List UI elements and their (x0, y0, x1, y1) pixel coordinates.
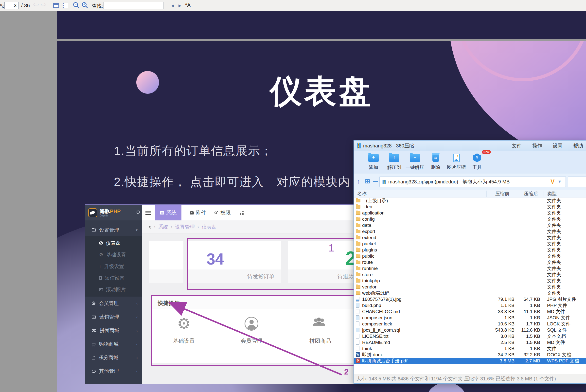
match-case-icon[interactable]: ªA (186, 2, 190, 8)
archive-search-input[interactable] (568, 176, 586, 187)
gear-icon: ⚙ (177, 316, 191, 331)
archive-tool-extract-one[interactable]: 一键解压 (405, 153, 425, 170)
apps-grid-icon[interactable] (240, 211, 244, 215)
slide-title: 仪表盘 (57, 70, 586, 114)
archive-tool-imgcompress[interactable]: 图片压缩 (446, 153, 466, 170)
archive-titlebar[interactable]: mashang328 - 360压缩 文件操作设置帮助 (354, 140, 586, 151)
folder-icon (356, 218, 360, 221)
file-row[interactable]: packet文件夹 (354, 240, 586, 247)
sidebar-item-sms-settings[interactable]: 短信设置 (85, 272, 142, 284)
admin-screenshot: 海豚PHP Dolphin 系统 附件 权限 › 系统 › 设置管理 › 仪表盘 (85, 204, 388, 384)
sidebar-section-members[interactable]: 会员管理‹ (85, 296, 142, 310)
file-row[interactable]: runtime文件夹 (354, 265, 586, 272)
sidebar-section-marketing[interactable]: 营销管理‹ (85, 310, 142, 324)
file-row[interactable]: think1 KB1 KB文件 (354, 346, 586, 352)
file-row[interactable]: route文件夹 (354, 259, 586, 265)
file-row[interactable]: composer.json1 KB1 KBJSON 文件 (354, 314, 586, 321)
address-input[interactable]: mashang328.zip\jipin(pindeduo) - 解包大小为 4… (380, 176, 566, 187)
file-list-header[interactable]: 名称 压缩前 压缩后 类型 (354, 190, 586, 198)
find-previous-icon[interactable]: ◀ (171, 4, 174, 8)
file-row[interactable]: CHANGELOG.md33.3 KB11.1 KBMD 文件 (354, 308, 586, 314)
quick-item-members[interactable]: 会员管理 (232, 316, 271, 345)
vip-filter-icon[interactable]: V (550, 178, 554, 185)
file-list: .. (上级目录)文件夹.idea文件夹application文件夹config… (354, 198, 586, 374)
file-size-before: 543.8 KB (486, 328, 518, 333)
sidebar-section-points-mall[interactable]: 积分商城‹ (85, 351, 142, 364)
find-next-icon[interactable]: ▶ (178, 4, 182, 8)
file-row[interactable]: data文件夹 (354, 222, 586, 228)
grid-view-icon[interactable] (365, 179, 370, 184)
file-row[interactable]: .. (上级目录)文件夹 (354, 198, 586, 204)
file-row[interactable]: application文件夹 (354, 210, 586, 216)
sidebar-section-settings[interactable]: 设置管理▾ (85, 224, 142, 236)
quick-item-basic-settings[interactable]: ⚙ 基础设置 (164, 316, 204, 345)
file-row[interactable]: jpcs_jj_ai_com.sql543.8 KB112.6 KBSQL 文件 (354, 327, 586, 333)
file-row[interactable]: build.php1.1 KB1 KBPHP 文件 (354, 302, 586, 308)
file-size-after: 112.6 KB (518, 328, 544, 333)
sidebar-item-basic-settings[interactable]: 基础设置 (85, 249, 142, 260)
sidebar-item-upgrade-settings[interactable]: 升级设置 (85, 260, 142, 272)
sidebar-section-shopping-mall[interactable]: 购物商城‹ (85, 337, 142, 351)
admin-sidebar: 设置管理▾仪表盘基础设置升级设置短信设置滚动图片会员管理‹营销管理‹拼团商城‹购… (85, 220, 142, 384)
breadcrumb-item-system[interactable]: 系统 (158, 224, 168, 230)
page-number-input[interactable] (4, 2, 19, 9)
file-row[interactable]: vendor文件夹 (354, 284, 586, 290)
nav-tab-system[interactable]: 系统 (155, 205, 182, 220)
file-row[interactable]: README.md2.5 KB1.5 KBMD 文件 (354, 339, 586, 346)
hamburger-menu-icon[interactable] (146, 210, 151, 216)
stat-card-pending-shipment[interactable]: 34 待发货订单 (188, 241, 281, 283)
zoom-in-icon[interactable] (82, 2, 86, 7)
column-size-after[interactable]: 压缩后 (518, 190, 544, 197)
sidebar-section-other[interactable]: 其他管理‹ (85, 364, 142, 378)
file-name: think (362, 346, 486, 351)
file-icon-cell (356, 254, 362, 258)
file-row[interactable]: public文件夹 (354, 253, 586, 259)
sidebar-section-groupbuy-mall[interactable]: 拼团商城‹ (85, 324, 142, 337)
file-row[interactable]: plugins文件夹 (354, 247, 586, 253)
file-row[interactable]: composer.lock10.6 KB1.7 KBLOCK 文件 (354, 321, 586, 327)
file-row[interactable]: LICENSE.txt3.0 KB1.5 KB文本文档 (354, 333, 586, 339)
archive-tool-tools[interactable]: New工具 (467, 153, 487, 170)
zoom-out-icon[interactable] (73, 2, 78, 7)
archive-menu-settings[interactable]: 设置 (553, 142, 562, 149)
file-row[interactable]: config文件夹 (354, 216, 586, 222)
file-row[interactable]: .idea文件夹 (354, 204, 586, 210)
column-name[interactable]: 名称 (354, 190, 486, 197)
file-type: 文件夹 (544, 278, 586, 284)
nav-tab-attachments[interactable]: 附件 (190, 209, 206, 216)
breadcrumb-item-settings[interactable]: 设置管理 (175, 224, 195, 230)
file-row[interactable]: store文件夹 (354, 272, 586, 278)
file-row[interactable]: 即拼.docx34.2 KB32.2 KBDOCX 文档 (354, 352, 586, 358)
archive-tool-extract-to[interactable]: 解压到 (384, 153, 404, 170)
find-input[interactable] (104, 2, 164, 9)
sidebar-item-dashboard[interactable]: 仪表盘 (85, 238, 142, 249)
file-row[interactable]: thinkphp文件夹 (354, 278, 586, 284)
file-name: vendor (362, 284, 486, 290)
next-page-icon[interactable]: ⇨ (41, 0, 46, 8)
archive-menu-help[interactable]: 帮助 (573, 142, 583, 149)
card-icon (92, 316, 96, 318)
sidebar-item-carousel-images[interactable]: 滚动图片 (85, 284, 142, 295)
column-size-before[interactable]: 压缩前 (486, 190, 518, 197)
logo-text-zh: 海豚 (100, 208, 110, 214)
fit-width-icon[interactable] (53, 3, 59, 8)
breadcrumb-item-dashboard[interactable]: 仪表盘 (202, 224, 216, 230)
archive-menu-operate[interactable]: 操作 (532, 142, 542, 149)
archive-tool-add[interactable]: 添加 (364, 153, 383, 170)
archive-tool-delete[interactable]: 删除 (426, 153, 446, 170)
file-row[interactable]: web前端源码文件夹 (354, 290, 586, 296)
quick-item-groupbuy-goods[interactable]: 拼团商品 (300, 316, 340, 345)
file-row[interactable]: extend文件夹 (354, 234, 586, 240)
dropdown-caret-icon[interactable]: ▼ (558, 180, 562, 184)
file-row[interactable]: export文件夹 (354, 228, 586, 234)
column-type[interactable]: 类型 (544, 190, 586, 197)
file-row[interactable]: 即拼商城后台手册.pdf3.8 MB2.7 MBWPS PDF 文档 (354, 358, 586, 364)
list-view-icon[interactable] (373, 180, 378, 183)
file-row[interactable]: 1605757679(1).jpg79.1 KB64.7 KBJPG 图片文件 (354, 296, 586, 302)
nav-tab-permissions[interactable]: 权限 (214, 209, 231, 216)
archive-menu-file[interactable]: 文件 (512, 142, 522, 149)
fit-page-icon[interactable] (63, 3, 68, 8)
previous-page-icon[interactable]: ⇦ (33, 0, 39, 8)
up-directory-icon[interactable]: ↑ (357, 178, 360, 185)
file-icon-cell (356, 315, 362, 320)
